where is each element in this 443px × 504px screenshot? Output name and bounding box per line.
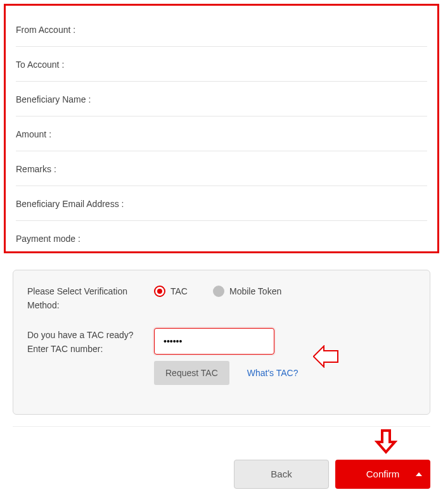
verification-method-label: Please Select Verification Method: bbox=[27, 284, 154, 313]
row-beneficiary-email: Beneficiary Email Address : bbox=[16, 186, 427, 221]
callout-arrow-left-icon bbox=[313, 345, 338, 368]
whats-tac-link[interactable]: What's TAC? bbox=[247, 368, 299, 378]
radio-tac-indicator-icon bbox=[154, 286, 165, 297]
label-beneficiary-email: Beneficiary Email Address : bbox=[16, 199, 124, 209]
verification-card: Please Select Verification Method: TAC M… bbox=[13, 270, 430, 415]
row-payment-mode: Payment mode : bbox=[16, 221, 427, 246]
radio-tac-label: TAC bbox=[170, 286, 188, 296]
footer-actions: Back Confirm bbox=[4, 460, 439, 489]
verification-method-options: TAC Mobile Token bbox=[154, 284, 416, 297]
transaction-details-box: From Account : To Account : Beneficiary … bbox=[4, 4, 439, 253]
row-to-account: To Account : bbox=[16, 47, 427, 82]
label-amount: Amount : bbox=[16, 129, 51, 139]
back-button[interactable]: Back bbox=[234, 460, 329, 489]
tac-entry-field: Request TAC What's TAC? bbox=[154, 328, 416, 385]
caret-up-icon bbox=[416, 472, 422, 476]
label-to-account: To Account : bbox=[16, 60, 64, 70]
confirm-button[interactable]: Confirm bbox=[335, 460, 430, 489]
tac-entry-row: Do you have a TAC ready? Enter TAC numbe… bbox=[27, 328, 416, 385]
row-remarks: Remarks : bbox=[16, 151, 427, 186]
radio-mobile-token-label: Mobile Token bbox=[229, 286, 281, 296]
tac-input[interactable] bbox=[154, 328, 274, 355]
back-button-label: Back bbox=[271, 469, 292, 479]
tac-entry-label: Do you have a TAC ready? Enter TAC numbe… bbox=[27, 328, 154, 356]
radio-mobile-token-indicator-icon bbox=[213, 286, 224, 297]
radio-tac[interactable]: TAC bbox=[154, 286, 188, 297]
row-beneficiary-name: Beneficiary Name : bbox=[16, 82, 427, 117]
verification-method-row: Please Select Verification Method: TAC M… bbox=[27, 284, 416, 313]
callout-arrow-down-icon bbox=[375, 429, 397, 455]
row-from-account: From Account : bbox=[16, 12, 427, 47]
request-tac-button[interactable]: Request TAC bbox=[154, 361, 229, 385]
label-payment-mode: Payment mode : bbox=[16, 234, 80, 244]
row-amount: Amount : bbox=[16, 117, 427, 151]
radio-mobile-token[interactable]: Mobile Token bbox=[213, 286, 281, 297]
label-remarks: Remarks : bbox=[16, 164, 56, 174]
confirm-button-label: Confirm bbox=[366, 469, 400, 479]
footer-divider bbox=[13, 426, 430, 427]
label-from-account: From Account : bbox=[16, 25, 75, 35]
label-beneficiary-name: Beneficiary Name : bbox=[16, 94, 91, 104]
